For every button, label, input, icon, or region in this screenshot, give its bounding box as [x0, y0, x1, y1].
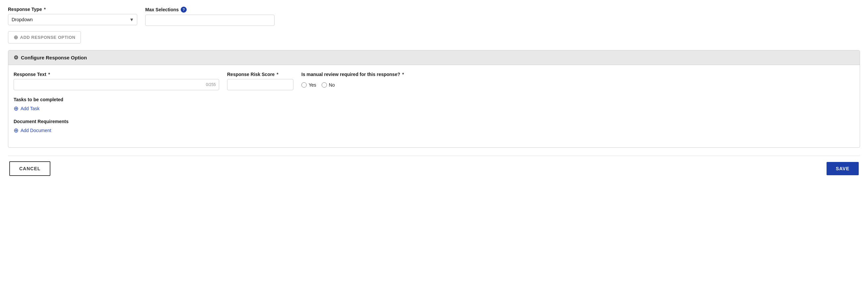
add-task-link[interactable]: ⊕ Add Task	[13, 105, 39, 112]
manual-review-label: Is manual review required for this respo…	[301, 72, 855, 77]
cancel-button[interactable]: CANCEL	[9, 161, 51, 176]
manual-review-yes-option[interactable]: Yes	[301, 82, 316, 88]
response-text-input[interactable]	[13, 79, 219, 90]
configure-body: Response Text * 0/255 Response Risk Scor…	[8, 65, 860, 147]
response-type-select[interactable]: Dropdown Text Radio Checkbox	[8, 14, 137, 25]
top-row: Response Type * Dropdown Text Radio Chec…	[8, 7, 860, 26]
response-text-label: Response Text *	[13, 72, 219, 77]
add-response-option-label: ADD RESPONSE OPTION	[20, 35, 75, 40]
manual-review-radio-group: Yes No	[301, 82, 855, 88]
response-risk-score-required: *	[277, 72, 278, 77]
max-selections-input[interactable]	[145, 15, 275, 26]
response-text-group: Response Text * 0/255	[13, 72, 219, 90]
configure-header-label: Configure Response Option	[21, 55, 87, 60]
add-task-plus-icon: ⊕	[13, 105, 19, 112]
gear-icon: ⚙	[13, 54, 18, 61]
manual-review-no-radio[interactable]	[321, 82, 327, 88]
footer-divider	[8, 156, 860, 156]
manual-review-label-text: Is manual review required for this respo…	[301, 72, 400, 77]
max-selections-label-text: Max Selections	[145, 7, 179, 12]
add-document-label: Add Document	[21, 128, 52, 133]
response-text-counter: 0/255	[206, 82, 216, 87]
response-type-label: Response Type *	[8, 7, 137, 12]
response-type-select-wrapper: Dropdown Text Radio Checkbox ▼	[8, 14, 137, 25]
max-selections-label: Max Selections ?	[145, 7, 275, 12]
response-type-group: Response Type * Dropdown Text Radio Chec…	[8, 7, 137, 25]
manual-review-yes-radio[interactable]	[301, 82, 307, 88]
plus-icon: ⊕	[13, 34, 18, 40]
manual-review-required: *	[402, 72, 404, 77]
tasks-section-title: Tasks to be completed	[13, 97, 855, 102]
response-text-label-text: Response Text	[13, 72, 46, 77]
add-response-option-button[interactable]: ⊕ ADD RESPONSE OPTION	[8, 31, 81, 44]
response-text-input-wrapper: 0/255	[13, 79, 219, 90]
configure-response-panel: ⚙ Configure Response Option Response Tex…	[8, 50, 860, 148]
max-selections-group: Max Selections ?	[145, 7, 275, 26]
page-container: Response Type * Dropdown Text Radio Chec…	[0, 0, 868, 183]
manual-review-no-label: No	[329, 82, 335, 88]
footer-row: CANCEL SAVE	[8, 161, 860, 176]
configure-fields-row: Response Text * 0/255 Response Risk Scor…	[13, 72, 855, 90]
add-document-plus-icon: ⊕	[13, 127, 19, 134]
response-risk-score-input[interactable]	[227, 79, 293, 90]
response-risk-score-label-text: Response Risk Score	[227, 72, 275, 77]
manual-review-yes-label: Yes	[309, 82, 316, 88]
add-document-link[interactable]: ⊕ Add Document	[13, 127, 52, 134]
response-risk-score-group: Response Risk Score *	[227, 72, 293, 90]
response-risk-score-label: Response Risk Score *	[227, 72, 293, 77]
response-type-label-text: Response Type	[8, 7, 42, 12]
response-text-required: *	[49, 72, 50, 77]
configure-header: ⚙ Configure Response Option	[8, 51, 860, 65]
documents-section-title: Document Requirements	[13, 119, 855, 124]
help-icon[interactable]: ?	[181, 7, 187, 12]
add-task-label: Add Task	[21, 106, 39, 111]
response-type-required: *	[44, 7, 45, 12]
save-button[interactable]: SAVE	[827, 162, 859, 175]
manual-review-group: Is manual review required for this respo…	[301, 72, 855, 88]
manual-review-no-option[interactable]: No	[321, 82, 335, 88]
